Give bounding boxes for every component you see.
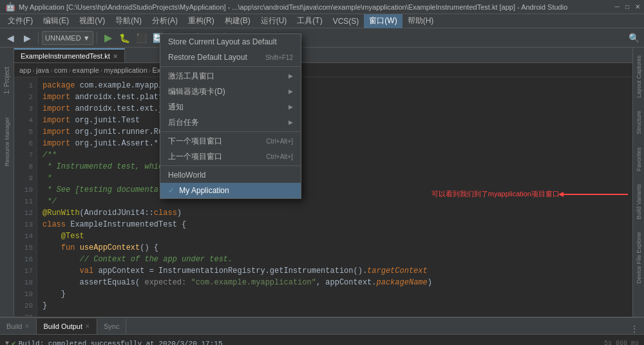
- menu-item-6[interactable]: 构建(B): [220, 14, 256, 28]
- config-dropdown[interactable]: UNNAMED ▼: [42, 31, 93, 45]
- bottom-panel-menu-btn[interactable]: ⋮: [630, 324, 639, 334]
- app-icon: 🤖: [5, 2, 15, 12]
- tab-build-label: Build: [6, 322, 22, 330]
- close-button[interactable]: ✕: [634, 3, 641, 11]
- structure-label[interactable]: Structure: [636, 111, 642, 135]
- toolbar: ◀ ▶ UNNAMED ▼ ▶ 🐛 ⬛ 🔄 ⚙ 📦 📱 🔍: [0, 28, 644, 48]
- config-dropdown-icon: ▼: [83, 34, 90, 42]
- tab-buildoutput-close[interactable]: ✕: [85, 323, 90, 330]
- editor-tab-main[interactable]: ExampleInstrumentedTest.kt ✕: [14, 48, 125, 62]
- menu-item-2[interactable]: 视图(V): [74, 14, 110, 28]
- menu-divider3: [160, 165, 301, 166]
- menu-prev-window[interactable]: 上一个项目窗口 Ctrl+Alt+[: [160, 149, 301, 164]
- menu-item-11[interactable]: 帮助(H): [402, 14, 439, 28]
- menu-helloworld[interactable]: HelloWorld: [160, 167, 301, 183]
- layout-captures-label[interactable]: Layout Captures: [636, 55, 642, 98]
- title-text: My Application [C:\Users\hp\AndroidStudi…: [19, 3, 567, 11]
- toolbar-sep2: [97, 32, 97, 44]
- tab-close-btn[interactable]: ✕: [113, 53, 118, 60]
- title-bar: 🤖 My Application [C:\Users\hp\AndroidStu…: [0, 0, 644, 14]
- run-button[interactable]: ▶: [100, 30, 116, 46]
- favorites-label[interactable]: Favorites: [636, 147, 642, 171]
- breadcrumb-myapp[interactable]: myapplication: [104, 66, 147, 74]
- menu-item-9[interactable]: VCS(S): [328, 14, 365, 28]
- bottom-tab-build[interactable]: Build ✕: [0, 319, 37, 334]
- build-variants-label[interactable]: Build Variants: [636, 184, 642, 219]
- tab-filename: ExampleInstrumentedTest.kt: [21, 52, 110, 60]
- menu-divider1: [160, 66, 301, 67]
- menu-store-layout[interactable]: Store Current Layout as Default: [160, 34, 301, 50]
- breadcrumb-com[interactable]: com: [54, 66, 68, 74]
- bottom-content: ▼ ✔ Build: completed successfully at 202…: [0, 335, 644, 345]
- debug-button[interactable]: 🐛: [117, 30, 133, 46]
- right-sidebar: Layout Captures Structure Favorites Buil…: [632, 48, 644, 317]
- device-file-explorer-label[interactable]: Device File Explorer: [636, 232, 642, 284]
- window-controls: ─ □ ✕: [613, 3, 641, 11]
- menu-item-4[interactable]: 分析(A): [147, 14, 183, 28]
- minimize-button[interactable]: ─: [613, 3, 621, 11]
- menu-item-1[interactable]: 编辑(E): [38, 14, 74, 28]
- left-sidebar: 1: Project Resource Manager: [0, 48, 14, 317]
- dropdown-menu: Store Current Layout as Default Restore …: [160, 33, 301, 199]
- menu-notifications[interactable]: 通知: [160, 99, 301, 115]
- code-editor: 12345 678910 1112131415 1617181920 21222…: [14, 77, 632, 317]
- tab-bar: ExampleInstrumentedTest.kt ✕: [14, 48, 632, 63]
- bottom-tab-buildoutput[interactable]: Build Output ✕: [37, 319, 97, 334]
- resource-manager-label[interactable]: Resource Manager: [4, 117, 10, 167]
- menu-item-5[interactable]: 重构(R): [183, 14, 220, 28]
- build-line-0: ▼ ✔ Build: completed successfully at 202…: [5, 337, 639, 345]
- toolbar-sep1: [38, 32, 39, 44]
- search-everywhere-btn[interactable]: 🔍: [626, 30, 641, 46]
- breadcrumb-java[interactable]: java: [36, 66, 49, 74]
- breadcrumb-app[interactable]: app: [19, 66, 31, 74]
- tab-sync-label: Sync: [104, 322, 119, 330]
- breadcrumb-example[interactable]: example: [72, 66, 99, 74]
- menu-editor-tabs[interactable]: 编辑器选项卡(D): [160, 84, 301, 99]
- main-layout: 1: Project Resource Manager ExampleInstr…: [0, 48, 644, 317]
- tab-buildoutput-label: Build Output: [43, 322, 82, 330]
- menu-item-3[interactable]: 导航(N): [110, 14, 147, 28]
- toolbar-back-btn[interactable]: ◀: [3, 30, 18, 46]
- menu-item-7[interactable]: 运行(U): [256, 14, 292, 28]
- bottom-panel: Build ✕ Build Output ✕ Sync ⋮ ▼ ✔ Build:…: [0, 317, 644, 345]
- menu-activate-toolwindow[interactable]: 激活工具窗口: [160, 68, 301, 84]
- toolbar-forward-btn[interactable]: ▶: [19, 30, 35, 46]
- stop-button[interactable]: ⬛: [134, 30, 149, 46]
- menu-item-8[interactable]: 工具(T): [292, 14, 327, 28]
- menu-bar: 文件(F)编辑(E)视图(V)导航(N)分析(A)重构(R)构建(B)运行(U)…: [0, 14, 644, 28]
- menu-background-tasks[interactable]: 后台任务: [160, 115, 301, 130]
- project-sidebar-label[interactable]: 1: Project: [3, 67, 10, 94]
- config-text: UNNAMED: [45, 34, 81, 42]
- bottom-tab-bar: Build ✕ Build Output ✕ Sync ⋮: [0, 318, 644, 335]
- editor-area: ExampleInstrumentedTest.kt ✕ app › java …: [14, 48, 632, 317]
- menu-restore-layout[interactable]: Restore Default Layout Shift+F12: [160, 50, 301, 65]
- menu-my-application[interactable]: ✓ My Application: [160, 183, 301, 198]
- menu-item-0[interactable]: 文件(F): [3, 14, 38, 28]
- line-numbers: 12345 678910 1112131415 1617181920 21222…: [14, 77, 37, 317]
- menu-divider2: [160, 131, 301, 132]
- tab-build-close[interactable]: ✕: [24, 323, 30, 330]
- bottom-tab-sync[interactable]: Sync: [97, 319, 126, 334]
- menu-next-window[interactable]: 下一个项目窗口 Ctrl+Alt+]: [160, 133, 301, 149]
- breadcrumb: app › java › com › example › myapplicati…: [14, 63, 632, 77]
- code-content[interactable]: package com.example.myapplication import…: [37, 77, 632, 317]
- menu-item-10[interactable]: 窗口(W): [364, 14, 402, 28]
- maximize-button[interactable]: □: [623, 3, 631, 11]
